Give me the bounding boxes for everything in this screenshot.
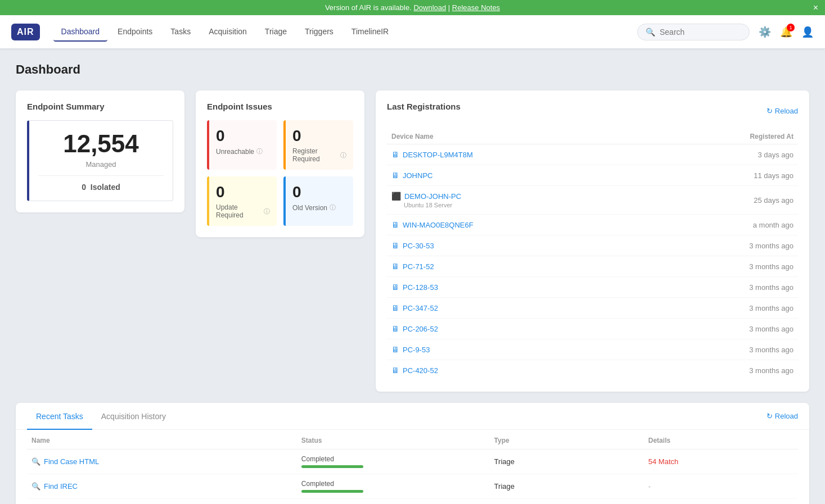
task-details: 54 Match xyxy=(648,457,678,466)
reg-reload-button[interactable]: ↻ Reload xyxy=(767,107,798,115)
oldversion-info-icon[interactable]: ⓘ xyxy=(330,203,336,212)
monitor-icon: 🖥 xyxy=(391,262,399,271)
nav-tasks[interactable]: Tasks xyxy=(163,22,199,42)
task-type: Triage xyxy=(490,474,644,499)
settings-button[interactable]: ⚙️ xyxy=(759,26,771,38)
unreachable-info-icon[interactable]: ⓘ xyxy=(256,147,263,156)
device-link[interactable]: 🖥 PC-30-53 xyxy=(391,241,642,250)
release-notes-link[interactable]: Release Notes xyxy=(452,3,500,12)
device-link[interactable]: 🖥 PC-9-53 xyxy=(391,345,642,354)
task-name-link[interactable]: 🔍 Find IREC xyxy=(31,482,292,491)
tasks-reload-icon: ↻ xyxy=(767,412,773,420)
tasks-col-name: Name xyxy=(27,430,297,449)
monitor-icon: 🖥 xyxy=(391,345,399,354)
tasks-col-type: Type xyxy=(490,430,644,449)
top-cards-row: Endpoint Summary 12,554 Managed 0 Isolat… xyxy=(16,90,809,392)
update-info-icon[interactable]: ⓘ xyxy=(264,207,270,216)
task-progress-bar xyxy=(301,465,363,468)
list-item: 🖥 PC-206-52 3 months ago xyxy=(387,319,798,339)
monitor-icon: 🖥 xyxy=(391,220,399,229)
user-button[interactable]: 👤 xyxy=(801,26,814,38)
issue-oldversion-label: Old Version ⓘ xyxy=(292,203,346,212)
device-link[interactable]: 🖥 PC-71-52 xyxy=(391,262,642,271)
reg-time: 11 days ago xyxy=(646,165,798,186)
navbar: AIR Dashboard Endpoints Tasks Acquisitio… xyxy=(0,15,825,49)
monitor-icon: 🖥 xyxy=(391,366,399,375)
banner-close-button[interactable]: × xyxy=(813,3,818,13)
device-link[interactable]: 🖥 WIN-MAO0E8QNE6F xyxy=(391,220,642,229)
issue-update-label: Update Required ⓘ xyxy=(216,203,270,219)
tasks-col-status: Status xyxy=(297,430,490,449)
issue-update: 0 Update Required ⓘ xyxy=(207,176,277,226)
tasks-col-details: Details xyxy=(644,430,798,449)
nav-links: Dashboard Endpoints Tasks Acquisition Tr… xyxy=(53,22,637,42)
col-device-name: Device Name xyxy=(387,129,646,144)
issue-unreachable-count: 0 xyxy=(216,127,270,145)
task-status: Completed xyxy=(301,480,485,488)
list-item: 🖥 PC-420-52 3 months ago xyxy=(387,360,798,381)
nav-acquisition[interactable]: Acquisition xyxy=(201,22,255,42)
tasks-card: Recent Tasks Acquisition History ↻ Reloa… xyxy=(16,403,809,504)
task-name-link[interactable]: 🔍 Find Case HTML xyxy=(31,457,292,466)
task-icon: 🔍 xyxy=(31,457,40,466)
nav-right: 🔍 ⚙️ 🔔 1 👤 xyxy=(637,24,814,40)
device-link[interactable]: ⬛ DEMO-JOHN-PC xyxy=(391,192,642,201)
search-box: 🔍 xyxy=(637,24,750,40)
isolated-label: Isolated xyxy=(91,183,120,192)
monitor-icon: 🖥 xyxy=(391,241,399,250)
nav-triage[interactable]: Triage xyxy=(257,22,295,42)
list-item: 🖥 PC-30-53 3 months ago xyxy=(387,235,798,256)
search-icon: 🔍 xyxy=(646,28,655,37)
reg-time: 3 months ago xyxy=(646,339,798,360)
reg-time: 3 months ago xyxy=(646,256,798,277)
server-icon: ⬛ xyxy=(391,192,401,201)
endpoint-summary-card: Endpoint Summary 12,554 Managed 0 Isolat… xyxy=(16,90,184,212)
device-link[interactable]: 🖥 PC-128-53 xyxy=(391,283,642,292)
monitor-icon: 🖥 xyxy=(391,303,399,312)
list-item: 🖥 PC-71-52 3 months ago xyxy=(387,256,798,277)
endpoint-issues-title: Endpoint Issues xyxy=(207,102,353,111)
tasks-table: Name Status Type Details 🔍 Find Case HTM… xyxy=(27,430,798,504)
nav-triggers[interactable]: Triggers xyxy=(297,22,341,42)
device-link[interactable]: 🖥 JOHNPC xyxy=(391,171,642,180)
issue-unreachable-label: Unreachable ⓘ xyxy=(216,147,270,156)
device-link[interactable]: 🖥 DESKTOP-L9M4T8M xyxy=(391,150,642,159)
device-sub: Ubuntu 18 Server xyxy=(391,201,642,208)
tab-acquisition-history[interactable]: Acquisition History xyxy=(92,403,175,430)
reg-time: 3 months ago xyxy=(646,298,798,319)
managed-count: 12,554 xyxy=(38,130,164,158)
managed-label: Managed xyxy=(38,160,164,169)
reload-label: Reload xyxy=(775,107,798,115)
device-link[interactable]: 🖥 PC-420-52 xyxy=(391,366,642,375)
banner-text: Version of AIR is available. Download | … xyxy=(325,3,500,12)
reg-time: 3 months ago xyxy=(646,235,798,256)
task-icon: 🔍 xyxy=(31,482,40,491)
table-row: 🔍 Find Case HTML Completed Triage 54 Mat… xyxy=(27,449,798,474)
list-item: 🖥 DESKTOP-L9M4T8M 3 days ago xyxy=(387,144,798,165)
nav-endpoints[interactable]: Endpoints xyxy=(110,22,160,42)
nav-dashboard[interactable]: Dashboard xyxy=(53,22,108,42)
summary-inner: 12,554 Managed 0 Isolated xyxy=(27,120,173,201)
tasks-table-wrap: Name Status Type Details 🔍 Find Case HTM… xyxy=(16,430,809,504)
task-status: Completed xyxy=(301,455,485,463)
table-row: ≡ Isolation for DEMO-PC Completed Isolat… xyxy=(27,499,798,505)
list-item: 🖥 PC-128-53 3 months ago xyxy=(387,277,798,298)
task-type: Triage xyxy=(490,449,644,474)
notifications-button[interactable]: 🔔 1 xyxy=(780,26,792,38)
col-registered-at: Registered At xyxy=(646,129,798,144)
device-link[interactable]: 🖥 PC-206-52 xyxy=(391,324,642,333)
list-item: 🖥 WIN-MAO0E8QNE6F a month ago xyxy=(387,215,798,235)
monitor-icon: 🖥 xyxy=(391,324,399,333)
isolated-row: 0 Isolated xyxy=(38,175,164,192)
tab-recent-tasks[interactable]: Recent Tasks xyxy=(27,403,92,430)
monitor-icon: 🖥 xyxy=(391,283,399,292)
register-info-icon[interactable]: ⓘ xyxy=(340,151,346,160)
table-row: 🔍 Find IREC Completed Triage - xyxy=(27,474,798,499)
download-link[interactable]: Download xyxy=(413,3,446,12)
search-input[interactable] xyxy=(660,28,741,37)
nav-timelineir[interactable]: TimelineIR xyxy=(344,22,396,42)
tasks-reload-button[interactable]: ↻ Reload xyxy=(767,407,798,425)
update-banner: Version of AIR is available. Download | … xyxy=(0,0,825,15)
device-link[interactable]: 🖥 PC-347-52 xyxy=(391,303,642,312)
monitor-icon: 🖥 xyxy=(391,171,399,180)
